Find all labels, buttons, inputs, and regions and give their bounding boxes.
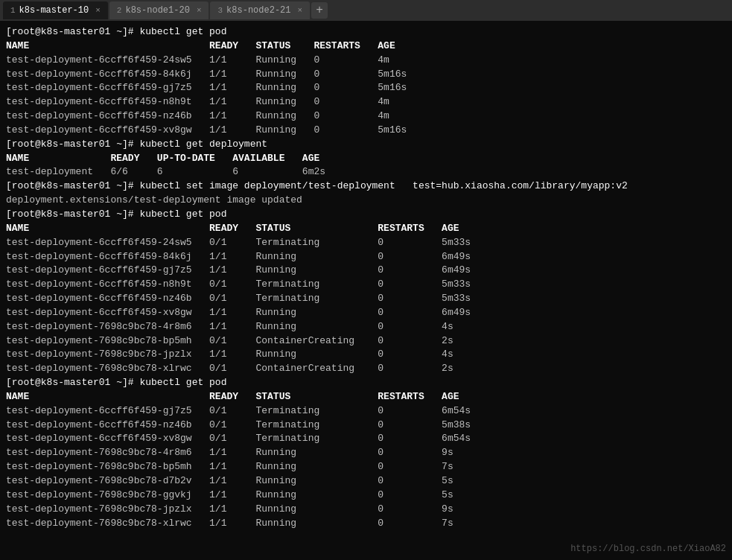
terminal-line: test-deployment-7698c9bc78-4r8m6 1/1 Run… [6, 320, 726, 334]
terminal-line: test-deployment-6ccff6f459-84k6j 1/1 Run… [6, 68, 726, 82]
terminal-line: [root@k8s-master01 ~]# kubectl get pod [6, 208, 726, 222]
tab-1-num: 1 [10, 6, 16, 15]
terminal-line: NAME READY STATUS RESTARTS AGE [6, 390, 726, 404]
terminal-line: test-deployment-6ccff6f459-nz46b 1/1 Run… [6, 109, 726, 124]
terminal-line: test-deployment-6ccff6f459-gj7z5 1/1 Run… [6, 264, 726, 278]
terminal-line: test-deployment 6/6 6 6 6m2s [6, 165, 726, 179]
terminal-line: test-deployment-7698c9bc78-bp5mh 1/1 Run… [6, 460, 726, 474]
terminal-line: [root@k8s-master01 ~]# kubectl get deplo… [6, 138, 726, 152]
new-tab-button[interactable]: + [311, 2, 328, 19]
terminal-line: test-deployment-6ccff6f459-24sw5 0/1 Ter… [6, 236, 726, 250]
tab-2-close[interactable]: × [197, 6, 202, 15]
terminal-line: test-deployment-6ccff6f459-n8h9t 0/1 Ter… [6, 278, 726, 292]
tab-1[interactable]: 1 k8s-master-10 × [3, 1, 108, 19]
terminal-line: test-deployment-6ccff6f459-xv8gw 1/1 Run… [6, 306, 726, 320]
terminal-line: test-deployment-7698c9bc78-4r8m6 1/1 Run… [6, 446, 726, 460]
terminal-line: test-deployment-6ccff6f459-nz46b 0/1 Ter… [6, 292, 726, 306]
terminal-line: test-deployment-6ccff6f459-xv8gw 0/1 Ter… [6, 432, 726, 446]
terminal-line: [root@k8s-master01 ~]# kubectl get pod [6, 376, 726, 390]
terminal-line: [root@k8s-master01 ~]# kubectl set image… [6, 179, 726, 194]
terminal-line: NAME READY UP-TO-DATE AVAILABLE AGE [6, 152, 726, 166]
terminal-line: test-deployment-6ccff6f459-gj7z5 0/1 Ter… [6, 404, 726, 419]
terminal-line: test-deployment-6ccff6f459-24sw5 1/1 Run… [6, 54, 726, 68]
tab-3-num: 3 [217, 6, 223, 15]
tab-2-num: 2 [117, 6, 122, 15]
terminal[interactable]: [root@k8s-master01 ~]# kubectl get podNA… [0, 21, 732, 560]
tab-1-label: k8s-master-10 [19, 5, 89, 16]
terminal-line: [root@k8s-master01 ~]# kubectl get pod [6, 25, 726, 39]
tab-2[interactable]: 2 k8s-node1-20 × [109, 1, 209, 19]
terminal-line: test-deployment-7698c9bc78-jpzlx 1/1 Run… [6, 503, 726, 517]
tab-2-label: k8s-node1-20 [125, 5, 189, 16]
terminal-line: test-deployment-6ccff6f459-n8h9t 1/1 Run… [6, 95, 726, 109]
tab-3-close[interactable]: × [298, 6, 303, 15]
terminal-line: test-deployment-7698c9bc78-xlrwc 1/1 Run… [6, 517, 726, 531]
terminal-line: test-deployment-6ccff6f459-nz46b 0/1 Ter… [6, 419, 726, 433]
terminal-line: test-deployment-7698c9bc78-d7b2v 1/1 Run… [6, 474, 726, 489]
terminal-line: test-deployment-7698c9bc78-ggvkj 1/1 Run… [6, 489, 726, 503]
terminal-line: NAME READY STATUS RESTARTS AGE [6, 39, 726, 54]
tab-3-label: k8s-node2-21 [226, 5, 290, 16]
watermark: https://blog.csdn.net/XiaoA82 [570, 544, 726, 554]
terminal-line: test-deployment-7698c9bc78-jpzlx 1/1 Run… [6, 348, 726, 362]
terminal-line: test-deployment-7698c9bc78-xlrwc 0/1 Con… [6, 362, 726, 376]
tab-bar: 1 k8s-master-10 × 2 k8s-node1-20 × 3 k8s… [0, 0, 732, 21]
terminal-line: NAME READY STATUS RESTARTS AGE [6, 222, 726, 236]
terminal-line: test-deployment-6ccff6f459-gj7z5 1/1 Run… [6, 81, 726, 95]
terminal-line: deployment.extensions/test-deployment im… [6, 194, 726, 208]
tab-3[interactable]: 3 k8s-node2-21 × [210, 1, 310, 19]
tab-1-close[interactable]: × [95, 6, 101, 15]
terminal-line: test-deployment-6ccff6f459-84k6j 1/1 Run… [6, 250, 726, 264]
terminal-line: test-deployment-6ccff6f459-xv8gw 1/1 Run… [6, 124, 726, 138]
terminal-line: test-deployment-7698c9bc78-bp5mh 0/1 Con… [6, 334, 726, 349]
